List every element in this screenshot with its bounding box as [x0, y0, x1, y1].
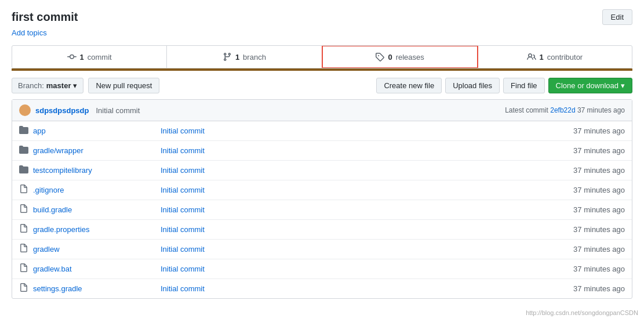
file-table: sdpsdpsdpsdp Initial commit Latest commi…: [12, 99, 632, 299]
people-icon: [527, 52, 536, 61]
create-new-file-button[interactable]: Create new file: [376, 78, 442, 93]
toolbar-left: Branch: master ▾ New pull request: [12, 78, 159, 93]
file-commit-msg: Initial commit: [161, 245, 532, 254]
folder-icon: [19, 165, 28, 176]
clone-or-download-button[interactable]: Clone or download ▾: [548, 78, 632, 93]
file-icon: [19, 263, 28, 273]
commit-icon: [67, 52, 77, 61]
table-row: app Initial commit 37 minutes ago: [12, 121, 632, 141]
file-icon: [19, 283, 28, 294]
file-commit-msg: Initial commit: [161, 126, 532, 135]
file-name[interactable]: gradle.properties: [33, 225, 161, 234]
file-time: 37 minutes ago: [532, 186, 625, 194]
file-time: 37 minutes ago: [532, 265, 625, 273]
edit-button[interactable]: Edit: [602, 9, 632, 25]
file-time: 37 minutes ago: [532, 146, 625, 155]
file-time: 37 minutes ago: [532, 225, 625, 234]
table-row: gradlew.bat Initial commit 37 minutes ag…: [12, 259, 632, 279]
file-icon: [19, 184, 28, 194]
file-icon: [19, 224, 28, 233]
commits-count: 1: [80, 53, 84, 61]
clone-label: Clone or download: [556, 81, 618, 90]
file-time: 37 minutes ago: [532, 284, 625, 293]
file-icon: [19, 244, 28, 253]
file-name[interactable]: .gitignore: [33, 186, 161, 194]
file-icon: [19, 283, 28, 292]
file-icon: [19, 224, 28, 235]
branch-icon: [223, 52, 232, 61]
file-icon: [19, 184, 28, 196]
commit-row-right: Latest commit 2efb22d 37 minutes ago: [505, 106, 625, 114]
contributors-stat[interactable]: 1 contributor: [478, 46, 632, 68]
commits-stat[interactable]: 1 commit: [12, 46, 167, 68]
file-rows-container: app Initial commit 37 minutes ago gradle…: [12, 121, 632, 298]
table-row: gradle.properties Initial commit 37 minu…: [12, 220, 632, 240]
file-time: 37 minutes ago: [532, 205, 625, 214]
releases-stat[interactable]: 0 releases: [322, 45, 478, 68]
folder-icon: [19, 125, 28, 135]
folder-icon: [19, 145, 28, 156]
file-commit-msg: Initial commit: [161, 284, 532, 293]
file-name[interactable]: app: [33, 126, 161, 135]
file-name[interactable]: build.gradle: [33, 205, 161, 214]
commit-row-left: sdpsdpsdpsdp Initial commit: [19, 104, 140, 116]
folder-icon: [19, 145, 28, 154]
clone-chevron-icon: ▾: [621, 81, 625, 90]
table-row: gradlew Initial commit 37 minutes ago: [12, 240, 632, 259]
contributors-label: contributor: [547, 53, 583, 61]
toolbar-right: Create new file Upload files Find file C…: [376, 78, 632, 93]
latest-commit-prefix: Latest commit: [505, 106, 548, 114]
folder-icon: [19, 125, 28, 136]
branch-selector[interactable]: Branch: master ▾: [12, 78, 83, 93]
table-row: settings.gradle Initial commit 37 minute…: [12, 279, 632, 298]
file-time: 37 minutes ago: [532, 245, 625, 254]
table-row: build.gradle Initial commit 37 minutes a…: [12, 200, 632, 220]
file-commit-msg: Initial commit: [161, 146, 532, 155]
table-row: .gitignore Initial commit 37 minutes ago: [12, 180, 632, 200]
file-name[interactable]: gradlew.bat: [33, 265, 161, 273]
bottom-border: [12, 68, 632, 71]
branch-name: master: [46, 81, 71, 90]
file-icon: [19, 263, 28, 274]
file-commit-msg: Initial commit: [161, 166, 532, 175]
branches-stat[interactable]: 1 branch: [167, 46, 322, 68]
file-icon: [19, 244, 28, 255]
branches-count: 1: [235, 53, 239, 61]
toolbar: Branch: master ▾ New pull request Create…: [12, 78, 632, 93]
file-commit-msg: Initial commit: [161, 186, 532, 194]
table-row: testcompitelibrary Initial commit 37 min…: [12, 161, 632, 180]
file-name[interactable]: settings.gradle: [33, 284, 161, 293]
commit-time: 37 minutes ago: [577, 106, 625, 114]
file-time: 37 minutes ago: [532, 126, 625, 135]
tag-icon: [375, 52, 384, 61]
file-name[interactable]: gradlew: [33, 245, 161, 254]
commits-label: commit: [88, 53, 112, 61]
folder-icon: [19, 165, 28, 174]
commit-author[interactable]: sdpsdpsdpsdp: [35, 106, 89, 115]
commit-hash[interactable]: 2efb22d: [550, 106, 575, 114]
table-row: gradle/wrapper Initial commit 37 minutes…: [12, 141, 632, 161]
branch-label: Branch:: [18, 81, 44, 90]
add-topics-link[interactable]: Add topics: [12, 28, 632, 37]
releases-count: 0: [388, 53, 392, 61]
avatar: [19, 104, 31, 116]
file-icon: [19, 204, 28, 214]
file-name[interactable]: testcompitelibrary: [33, 166, 161, 175]
repo-title: first commit: [12, 10, 78, 24]
find-file-button[interactable]: Find file: [503, 78, 545, 93]
file-commit-msg: Initial commit: [161, 225, 532, 234]
chevron-down-icon: ▾: [73, 81, 77, 90]
branches-label: branch: [243, 53, 266, 61]
file-time: 37 minutes ago: [532, 166, 625, 175]
latest-commit-row: sdpsdpsdpsdp Initial commit Latest commi…: [12, 100, 632, 121]
releases-label: releases: [396, 53, 424, 61]
upload-files-button[interactable]: Upload files: [445, 78, 500, 93]
stats-bar: 1 commit 1 branch 0 releases 1 contribut…: [12, 45, 632, 68]
file-name[interactable]: gradle/wrapper: [33, 146, 161, 155]
new-pull-request-button[interactable]: New pull request: [88, 78, 159, 93]
file-commit-msg: Initial commit: [161, 265, 532, 273]
contributors-count: 1: [540, 53, 544, 61]
file-commit-msg: Initial commit: [161, 205, 532, 214]
commit-message: Initial commit: [96, 106, 140, 115]
file-icon: [19, 204, 28, 215]
